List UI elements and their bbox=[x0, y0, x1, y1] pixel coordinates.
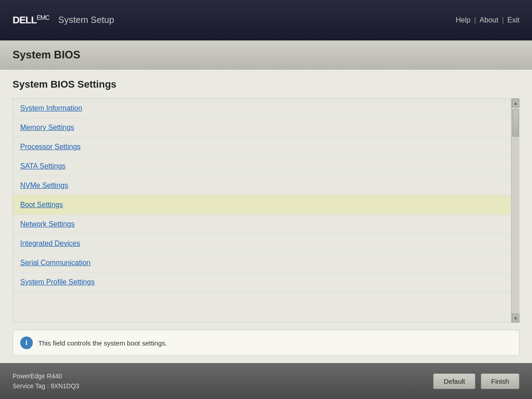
menu-item-processor-settings[interactable]: Processor Settings bbox=[13, 137, 511, 157]
menu-item-integrated-devices[interactable]: Integrated Devices bbox=[13, 234, 511, 253]
footer: PowerEdge R440 Service Tag : 9XN1DQ3 Def… bbox=[0, 363, 532, 399]
menu-item-memory-settings[interactable]: Memory Settings bbox=[13, 118, 511, 137]
main-content: System BIOS System BIOS Settings System … bbox=[0, 40, 532, 399]
menu-item-sata-settings[interactable]: SATA Settings bbox=[13, 157, 511, 176]
header: DELLEMC System Setup Help | About | Exit bbox=[0, 0, 532, 40]
menu-item-system-profile-settings[interactable]: System Profile Settings bbox=[13, 273, 511, 292]
about-link[interactable]: About bbox=[479, 16, 498, 24]
info-box: i This field controls the system boot se… bbox=[13, 330, 519, 356]
header-title: System Setup bbox=[58, 15, 115, 25]
model-text: PowerEdge R440 bbox=[13, 371, 79, 381]
scrollbar-thumb[interactable] bbox=[512, 110, 519, 137]
settings-title: System BIOS Settings bbox=[13, 79, 519, 90]
dell-logo: DELLEMC bbox=[13, 14, 49, 26]
settings-list: System InformationMemory SettingsProcess… bbox=[13, 98, 511, 323]
service-tag-text: Service Tag : 9XN1DQ3 bbox=[13, 381, 79, 391]
info-text: This field controls the system boot sett… bbox=[38, 339, 167, 347]
service-tag-label: Service Tag : bbox=[13, 382, 51, 390]
brand-text: DELL bbox=[13, 15, 36, 26]
settings-wrapper: System InformationMemory SettingsProcess… bbox=[13, 98, 519, 323]
finish-button[interactable]: Finish bbox=[481, 373, 519, 389]
menu-item-network-settings[interactable]: Network Settings bbox=[13, 215, 511, 234]
content-area: System BIOS Settings System InformationM… bbox=[0, 70, 532, 363]
scrollbar-up-btn[interactable]: ▲ bbox=[512, 98, 519, 107]
header-nav: Help | About | Exit bbox=[456, 16, 519, 24]
info-icon: i bbox=[20, 337, 33, 349]
header-left: DELLEMC System Setup bbox=[13, 14, 114, 26]
footer-buttons: Default Finish bbox=[433, 373, 519, 389]
nav-sep-2: | bbox=[502, 16, 504, 24]
brand-suffix: EMC bbox=[36, 14, 49, 21]
scrollbar-track[interactable]: ▲ ▼ bbox=[511, 98, 519, 323]
nav-sep-1: | bbox=[474, 16, 476, 24]
menu-item-boot-settings[interactable]: Boot Settings bbox=[13, 195, 511, 215]
menu-item-system-information[interactable]: System Information bbox=[13, 99, 511, 118]
bios-titlebar: System BIOS bbox=[0, 40, 532, 70]
scrollbar-down-btn[interactable]: ▼ bbox=[512, 314, 519, 323]
exit-link[interactable]: Exit bbox=[507, 16, 519, 24]
service-tag-value: 9XN1DQ3 bbox=[51, 382, 80, 390]
default-button[interactable]: Default bbox=[433, 373, 475, 389]
footer-info: PowerEdge R440 Service Tag : 9XN1DQ3 bbox=[13, 371, 79, 391]
menu-item-serial-communication[interactable]: Serial Communication bbox=[13, 253, 511, 273]
scrollbar-thumb-area bbox=[512, 107, 519, 314]
menu-item-nvme-settings[interactable]: NVMe Settings bbox=[13, 176, 511, 195]
bios-title: System BIOS bbox=[13, 49, 80, 61]
help-link[interactable]: Help bbox=[456, 16, 470, 24]
